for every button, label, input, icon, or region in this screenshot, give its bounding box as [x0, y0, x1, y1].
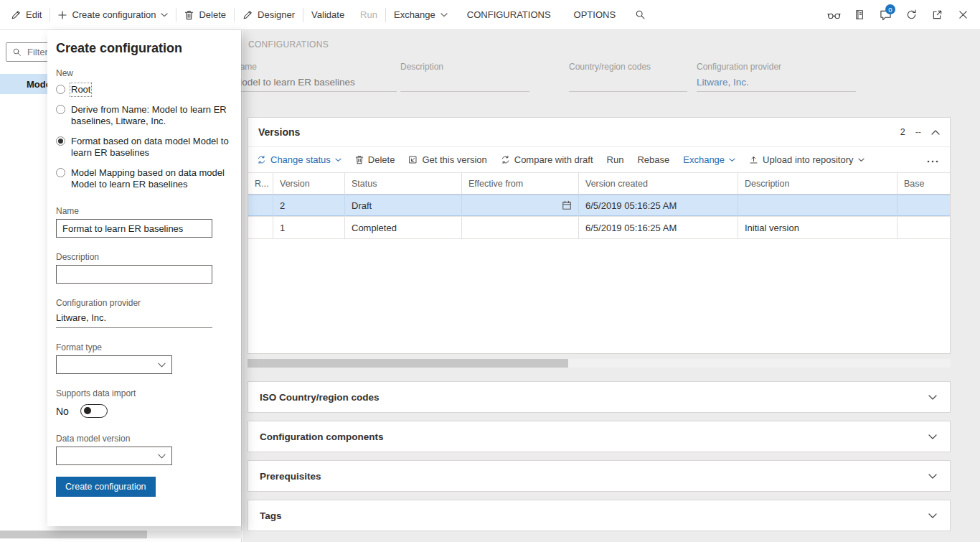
- rebase-button[interactable]: Rebase: [637, 154, 669, 165]
- section-iso-country-region-codes[interactable]: ISO Country/region codes: [248, 381, 951, 413]
- chevron-down-icon: [335, 158, 341, 162]
- supports-data-import-label: Supports data import: [56, 388, 230, 398]
- radio-selected-icon[interactable]: [56, 136, 65, 146]
- pop-out-icon: [932, 9, 943, 20]
- base-cell: [897, 195, 950, 216]
- version-cell: 1: [273, 217, 345, 238]
- field-label: Description: [400, 62, 529, 72]
- versions-grid: R... Version Status Effective from Versi…: [248, 173, 950, 353]
- versions-panel: Versions 2 -- Change status Delete: [248, 117, 951, 354]
- version-delete-button[interactable]: Delete: [355, 154, 395, 165]
- supports-data-import-toggle[interactable]: [80, 404, 108, 418]
- column-header-version[interactable]: Version: [273, 173, 345, 194]
- row-select-cell[interactable]: [248, 195, 273, 216]
- glasses-icon: [827, 11, 841, 19]
- versions-overflow-indicator: --: [915, 127, 921, 137]
- radio-unselected-icon[interactable]: [56, 85, 65, 94]
- effective-from-cell[interactable]: [462, 195, 579, 216]
- get-this-version-label: Get this version: [422, 154, 486, 165]
- option-model-mapping[interactable]: Model Mapping based on data model Model …: [56, 167, 230, 190]
- options-label: OPTIONS: [574, 9, 616, 20]
- run-button: Run: [352, 0, 385, 29]
- get-this-version-button[interactable]: Get this version: [408, 154, 486, 165]
- effective-from-cell: [462, 217, 579, 238]
- format-type-dropdown[interactable]: [56, 355, 172, 374]
- notifications-button[interactable]: 0: [872, 0, 898, 29]
- trash-icon: [184, 10, 194, 20]
- section-prerequisites[interactable]: Prerequisites: [248, 460, 951, 492]
- versions-header: Versions 2 --: [248, 118, 950, 146]
- create-configuration-submit-button[interactable]: Create configuration: [56, 477, 156, 497]
- column-header-effective-from[interactable]: Effective from: [462, 173, 579, 194]
- collapse-chevron-up-icon[interactable]: [931, 130, 940, 135]
- version-run-label: Run: [607, 154, 624, 165]
- version-created-cell: 6/5/2019 05:16:25 AM: [579, 195, 738, 216]
- search-button[interactable]: [627, 0, 654, 29]
- book-button[interactable]: [847, 0, 872, 29]
- version-run-button[interactable]: Run: [607, 154, 624, 165]
- version-row-draft[interactable]: 2 Draft 6/5/2019 05:16:25 AM: [248, 195, 950, 217]
- column-header-rowselect[interactable]: R...: [248, 173, 273, 194]
- scrollbar-thumb[interactable]: [248, 359, 568, 368]
- data-model-version-dropdown[interactable]: [56, 447, 172, 465]
- edit-button[interactable]: Edit: [3, 0, 50, 29]
- chevron-down-icon: [928, 474, 937, 479]
- main-content: CONFIGURATIONS Name Model to learn ER ba…: [242, 30, 980, 542]
- scrollbar-thumb[interactable]: [0, 531, 147, 538]
- description-input[interactable]: [56, 265, 212, 284]
- refresh-button[interactable]: [898, 0, 924, 29]
- provider-link[interactable]: Litware, Inc.: [697, 77, 856, 92]
- exchange-button[interactable]: Exchange: [386, 0, 456, 29]
- exchange-label: Exchange: [394, 9, 435, 20]
- tree-horizontal-scrollbar[interactable]: [0, 531, 242, 538]
- glasses-button[interactable]: [821, 0, 847, 29]
- description-cell: Initial version: [738, 217, 897, 238]
- tab-configurations[interactable]: CONFIGURATIONS: [456, 0, 562, 29]
- upload-into-repository-button[interactable]: Upload into repository: [749, 154, 864, 165]
- pop-out-button[interactable]: [924, 0, 950, 29]
- close-button[interactable]: [950, 0, 976, 29]
- option-root[interactable]: Root: [56, 84, 230, 95]
- row-select-cell[interactable]: [248, 217, 273, 238]
- option-derive[interactable]: Derive from Name: Model to learn ER base…: [56, 104, 230, 127]
- tab-options[interactable]: OPTIONS: [562, 0, 628, 29]
- version-exchange-label: Exchange: [683, 154, 725, 165]
- status-cell: Completed: [345, 217, 462, 238]
- section-tags[interactable]: Tags: [248, 500, 951, 531]
- grid-horizontal-scrollbar[interactable]: [248, 359, 951, 368]
- delete-button[interactable]: Delete: [176, 0, 234, 29]
- column-header-base[interactable]: Base: [897, 173, 950, 194]
- column-header-version-created[interactable]: Version created: [579, 173, 738, 194]
- run-label: Run: [360, 9, 377, 20]
- radio-unselected-icon[interactable]: [56, 105, 65, 114]
- name-input[interactable]: [56, 219, 212, 238]
- calendar-icon[interactable]: [562, 200, 572, 210]
- option-format-based[interactable]: Format based on data model Model to lear…: [56, 136, 230, 159]
- chevron-down-icon: [158, 363, 166, 368]
- system-buttons: 0: [821, 0, 980, 29]
- validate-button[interactable]: Validate: [303, 0, 352, 29]
- section-configuration-components[interactable]: Configuration components: [248, 421, 951, 452]
- section-label: Tags: [260, 510, 282, 521]
- column-header-status[interactable]: Status: [345, 173, 462, 194]
- version-exchange-button[interactable]: Exchange: [683, 154, 735, 165]
- more-commands-button[interactable]: [924, 151, 941, 168]
- field-label: Country/region codes: [569, 62, 687, 72]
- designer-button[interactable]: Designer: [235, 0, 303, 29]
- compare-with-draft-button[interactable]: Compare with draft: [501, 154, 593, 165]
- create-configuration-button[interactable]: Create configuration: [50, 0, 176, 29]
- section-label: Configuration components: [260, 431, 384, 442]
- chevron-down-icon: [928, 395, 937, 400]
- column-header-description[interactable]: Description: [738, 173, 897, 194]
- toggle-value-label: No: [56, 406, 69, 417]
- field-value: Model to learn ER baselines: [234, 77, 397, 92]
- designer-pen-icon: [242, 10, 253, 20]
- field-label: Name: [234, 62, 397, 72]
- validate-label: Validate: [311, 9, 344, 20]
- version-row-completed[interactable]: 1 Completed 6/5/2019 05:16:25 AM Initial…: [248, 217, 950, 239]
- provider-lookup-field[interactable]: Litware, Inc.: [56, 312, 212, 328]
- chevron-down-icon: [158, 454, 166, 459]
- change-status-button[interactable]: Change status: [257, 154, 341, 165]
- refresh-icon: [906, 9, 917, 20]
- radio-unselected-icon[interactable]: [56, 168, 65, 177]
